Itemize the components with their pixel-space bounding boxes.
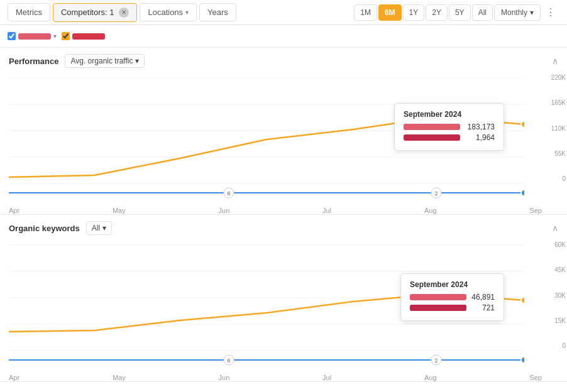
- tab-years[interactable]: Years: [199, 3, 236, 21]
- locations-chevron-icon: ▾: [185, 9, 189, 16]
- filter-bar: ▾: [0, 25, 567, 48]
- tooltip-row-2: 1,964: [404, 133, 495, 142]
- keywords-chart-wrap: 2 6 September 2024 46,891 721: [0, 239, 567, 381]
- performance-title: Performance: [9, 57, 58, 66]
- time-5y[interactable]: 5Y: [449, 4, 471, 21]
- keywords-header: Organic keywords All ▾ ∧: [0, 215, 567, 239]
- tooltip-row-1: 183,173: [404, 122, 495, 131]
- tooltip-bar-2: [404, 134, 460, 141]
- svg-point-6: [521, 121, 524, 128]
- time-all[interactable]: All: [472, 4, 493, 21]
- svg-point-18: [521, 297, 524, 303]
- time-2y[interactable]: 2Y: [426, 4, 448, 21]
- tab-locations[interactable]: Locations ▾: [140, 3, 197, 21]
- performance-metric-dropdown[interactable]: Avg. organic traffic ▾: [65, 54, 145, 68]
- series2-checkbox[interactable]: [62, 32, 70, 40]
- keywords-metric-dropdown[interactable]: All ▾: [86, 221, 112, 235]
- series1-checkbox[interactable]: [8, 32, 16, 40]
- performance-y-labels: 220K 165K 110K 55K 0: [542, 72, 566, 185]
- performance-header: Performance Avg. organic traffic ▾ ∧: [0, 48, 567, 72]
- kw-tooltip-bar-1: [410, 294, 466, 300]
- top-bar: Metrics Competitors: 1 ✕ Locations ▾ Yea…: [0, 0, 567, 25]
- series2-swatch: [72, 33, 105, 40]
- svg-text:2: 2: [434, 190, 438, 197]
- kw-tooltip-row-1: 46,891: [410, 293, 495, 302]
- metric-chevron-icon: ▾: [135, 57, 139, 65]
- keywords-section: Organic keywords All ▾ ∧: [0, 215, 567, 382]
- keywords-title: Organic keywords: [9, 224, 80, 233]
- keywords-chart: 2 6 September 2024 46,891 721: [9, 239, 542, 373]
- keywords-chevron-icon: ▾: [102, 224, 106, 232]
- performance-header-left: Performance Avg. organic traffic ▾: [9, 54, 145, 68]
- keywords-collapse-button[interactable]: ∧: [552, 223, 558, 233]
- performance-section: Performance Avg. organic traffic ▾ ∧: [0, 48, 567, 215]
- svg-text:2: 2: [434, 357, 438, 364]
- tab-metrics[interactable]: Metrics: [8, 3, 50, 21]
- kw-tooltip-bar-2: [410, 305, 466, 311]
- top-bar-right: 1M 6M 1Y 2Y 5Y All Monthly ▾ ⋮: [354, 4, 559, 21]
- performance-chart: 2 6 September 2024 183,173 1,964: [9, 72, 542, 205]
- monthly-chevron-icon: ▾: [530, 8, 534, 17]
- svg-text:6: 6: [227, 190, 230, 197]
- kw-tooltip-val-2: 721: [482, 303, 495, 312]
- tooltip-val-1: 183,173: [468, 122, 495, 131]
- performance-tooltip: September 2024 183,173 1,964: [394, 103, 504, 151]
- series2-filter[interactable]: [62, 32, 105, 40]
- svg-text:6: 6: [227, 357, 230, 364]
- series1-filter[interactable]: ▾: [8, 32, 57, 40]
- time-1y[interactable]: 1Y: [403, 4, 425, 21]
- monthly-dropdown[interactable]: Monthly ▾: [494, 4, 541, 21]
- keywords-tooltip: September 2024 46,891 721: [400, 273, 504, 321]
- performance-x-labels: Apr May Jun Jul Aug Sep: [9, 205, 542, 214]
- time-6m[interactable]: 6M: [378, 4, 402, 21]
- close-competitors-icon[interactable]: ✕: [119, 8, 129, 18]
- top-bar-tabs: Metrics Competitors: 1 ✕ Locations ▾ Yea…: [8, 3, 236, 22]
- tooltip-bar-1: [404, 124, 460, 130]
- performance-chart-wrap: 2 6 September 2024 183,173 1,964: [0, 72, 567, 214]
- tab-competitors[interactable]: Competitors: 1 ✕: [53, 3, 138, 22]
- time-1m[interactable]: 1M: [354, 4, 377, 21]
- kw-tooltip-val-1: 46,891: [471, 293, 495, 302]
- keywords-header-left: Organic keywords All ▾: [9, 221, 112, 235]
- kw-tooltip-title: September 2024: [410, 280, 495, 289]
- keywords-y-labels: 60K 45K 30K 15K 0: [542, 239, 566, 352]
- series1-chevron-icon[interactable]: ▾: [53, 33, 57, 40]
- tooltip-val-2: 1,964: [476, 133, 495, 142]
- more-options-button[interactable]: ⋮: [542, 4, 559, 21]
- keywords-x-labels: Apr May Jun Jul Aug Sep: [9, 373, 542, 381]
- performance-collapse-button[interactable]: ∧: [552, 56, 558, 66]
- svg-point-11: [521, 190, 524, 196]
- kw-tooltip-row-2: 721: [410, 303, 495, 312]
- series1-swatch: [18, 33, 51, 40]
- tooltip-title: September 2024: [404, 110, 495, 119]
- svg-point-23: [521, 357, 524, 363]
